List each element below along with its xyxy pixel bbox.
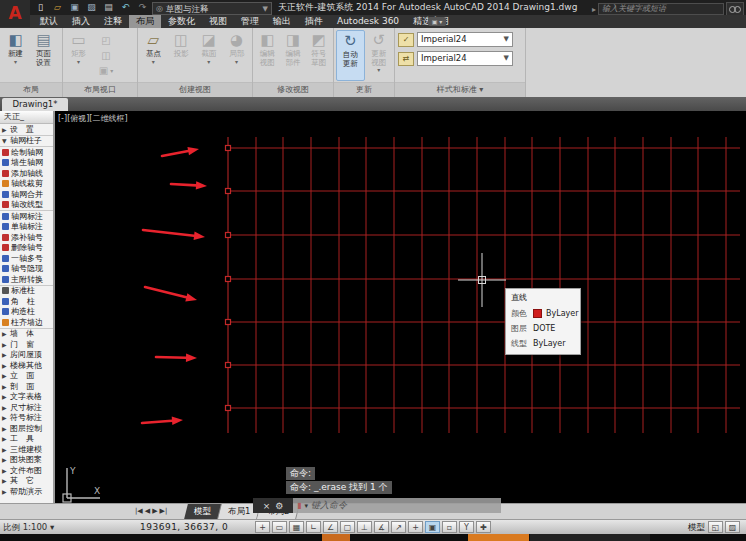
palette-command-添补轴号[interactable]: 添补轴号: [0, 232, 53, 243]
base-view-button[interactable]: ▱基点▾: [140, 30, 167, 81]
palette-group-剖 面[interactable]: ▶剖 面: [0, 381, 53, 392]
palette-command-单轴标注[interactable]: 单轴标注: [0, 222, 53, 233]
toggle-object-snap[interactable]: ▢: [340, 521, 355, 533]
tab-nav-2[interactable]: ◀: [145, 506, 150, 517]
ribbon-tab-6[interactable]: 视图: [202, 15, 234, 28]
command-bar-controls[interactable]: × ⚙: [253, 498, 293, 513]
binoculars-search-icon[interactable]: [726, 2, 744, 16]
search-input[interactable]: 输入关键字或短语: [598, 3, 724, 15]
palette-group-文件布图[interactable]: ▶文件布图: [0, 465, 53, 476]
palette-command-删除轴号[interactable]: 删除轴号: [0, 243, 53, 254]
model-space-button[interactable]: 模型: [688, 521, 705, 534]
autocad-logo-button[interactable]: A: [0, 0, 30, 27]
palette-group-房间屋顶[interactable]: ▶房间屋顶: [0, 350, 53, 361]
workspace-switcher[interactable]: ◎ 草图与注释 ▼: [152, 2, 272, 15]
file-tab-drawing1[interactable]: Drawing1*: [2, 98, 68, 111]
chevron-right-icon[interactable]: ▸: [592, 5, 596, 14]
new-layout-button[interactable]: ◧新建▾: [2, 30, 29, 81]
toggle-polar-tracking[interactable]: ∠: [323, 521, 338, 533]
plot-icon[interactable]: ▤: [102, 2, 115, 13]
panel-label-update[interactable]: 更新: [334, 82, 394, 97]
ribbon-tab-10[interactable]: Autodesk 360: [330, 15, 406, 28]
open-file-icon[interactable]: ▱: [51, 2, 64, 13]
layout-tab-模型[interactable]: 模型: [184, 504, 222, 519]
page-setup-button[interactable]: ▤页面 设置: [30, 30, 57, 81]
tab-nav-3[interactable]: ▶: [152, 506, 157, 517]
layout-quickview-icon[interactable]: ◱: [708, 521, 723, 533]
palette-group-其 它[interactable]: ▶其 它: [0, 476, 53, 487]
ribbon-tab-5[interactable]: 参数化: [161, 15, 202, 28]
auto-update-button[interactable]: ↻自动 更新: [336, 30, 365, 81]
palette-group-帮助演示[interactable]: ▶帮助演示: [0, 486, 53, 497]
undo-icon[interactable]: ↶: [119, 2, 132, 13]
palette-title[interactable]: 天正_: [0, 111, 53, 124]
palette-command-一轴多号[interactable]: 一轴多号: [0, 253, 53, 264]
toggle-snap-mode[interactable]: ▭: [272, 521, 287, 533]
palette-command-轴号隐现[interactable]: 轴号隐现: [0, 264, 53, 275]
palette-command-轴网标注[interactable]: 轴网标注: [0, 211, 53, 222]
command-bar[interactable]: × ⚙ ▮ ▾ 键入命令: [253, 498, 501, 513]
palette-group-图块图案[interactable]: ▶图块图案: [0, 455, 53, 466]
palette-group-设 置[interactable]: ▶设 置: [0, 124, 53, 136]
ribbon-tab-3[interactable]: 注释: [97, 15, 129, 28]
ribbon-tab-2[interactable]: 插入: [65, 15, 97, 28]
toggle-quick-properties[interactable]: Y: [459, 521, 474, 533]
panel-label-viewports[interactable]: 布局视口: [63, 82, 137, 97]
style-standard-combo-2[interactable]: Imperial24▼: [417, 51, 513, 66]
wrench-icon[interactable]: ⚙: [275, 501, 283, 511]
ribbon-tab-7[interactable]: 管理: [234, 15, 266, 28]
viewport-controls-label[interactable]: [-][俯视][二维线框]: [58, 113, 128, 124]
palette-command-轴线裁剪[interactable]: 轴线裁剪: [0, 179, 53, 190]
toggle-grid-display[interactable]: ▦: [289, 521, 304, 533]
toggle-transparency[interactable]: ▫: [442, 521, 457, 533]
toggle-object-snap-tracking[interactable]: ∡: [374, 521, 389, 533]
palette-group-三维建模[interactable]: ▶三维建模: [0, 444, 53, 455]
toggle-annotation-monitor[interactable]: ✚: [476, 521, 491, 533]
palette-group-文字表格[interactable]: ▶文字表格: [0, 392, 53, 403]
palette-command-柱齐墙边[interactable]: 柱齐墙边: [0, 317, 53, 329]
ribbon-tab-8[interactable]: 输出: [266, 15, 298, 28]
new-file-icon[interactable]: ▯: [34, 2, 47, 13]
palette-command-角 柱[interactable]: 角 柱: [0, 296, 53, 307]
ribbon-tab-1[interactable]: 默认: [33, 15, 65, 28]
scale-button[interactable]: 比例 1:100 ▾: [3, 521, 54, 534]
palette-group-轴网柱子[interactable]: ▼轴网柱子: [0, 136, 53, 148]
drawing-canvas[interactable]: [-][俯视][二维线框] YX: [56, 111, 746, 503]
tab-nav-1[interactable]: |◀: [135, 506, 143, 517]
save-icon[interactable]: ▣: [68, 2, 81, 13]
tab-nav-4[interactable]: ▶|: [160, 506, 168, 517]
panel-label-layout[interactable]: 布局: [0, 82, 62, 97]
palette-command-轴网合并[interactable]: 轴网合并: [0, 189, 53, 200]
chevron-down-icon[interactable]: ▼: [504, 52, 509, 65]
palette-command-墙生轴网[interactable]: 墙生轴网: [0, 158, 53, 169]
media-icon[interactable]: ▣ ▾: [428, 17, 446, 26]
palette-group-符号标注[interactable]: ▶符号标注: [0, 413, 53, 424]
palette-group-工 具[interactable]: ▶工 具: [0, 434, 53, 445]
toggle-dynamic-ucs[interactable]: ↗: [391, 521, 406, 533]
palette-group-图层控制[interactable]: ▶图层控制: [0, 423, 53, 434]
ribbon-tab-4[interactable]: 布局: [129, 15, 161, 28]
close-icon[interactable]: ×: [263, 501, 271, 511]
command-input[interactable]: ▮ ▾ 键入命令: [293, 498, 501, 513]
style-standard-combo-1[interactable]: Imperial24▼: [417, 32, 513, 47]
palette-group-尺寸标注[interactable]: ▶尺寸标注: [0, 402, 53, 413]
toggle-infer-constraints[interactable]: +: [255, 521, 270, 533]
palette-group-墙 体[interactable]: ▶墙 体: [0, 329, 53, 340]
palette-command-主附转换[interactable]: 主附转换: [0, 274, 53, 286]
toggle-dynamic-input[interactable]: +: [408, 521, 423, 533]
palette-command-添加轴线[interactable]: 添加轴线: [0, 168, 53, 179]
palette-command-构造柱[interactable]: 构造柱: [0, 307, 53, 318]
palette-command-标准柱[interactable]: 标准柱: [0, 286, 53, 297]
palette-group-楼梯其他[interactable]: ▶楼梯其他: [0, 360, 53, 371]
palette-command-轴改线型[interactable]: 轴改线型: [0, 200, 53, 212]
toggle-ortho-mode[interactable]: ∟: [306, 521, 321, 533]
toggle-3d-object-snap[interactable]: ⊥: [357, 521, 372, 533]
panel-label-standards[interactable]: 样式和标准 ▾: [395, 82, 525, 97]
palette-group-门 窗[interactable]: ▶门 窗: [0, 339, 53, 350]
drawing-quickview-icon[interactable]: ▨: [725, 521, 740, 533]
palette-command-绘制轴网[interactable]: 绘制轴网: [0, 147, 53, 158]
ribbon-tab-9[interactable]: 插件: [298, 15, 330, 28]
save-as-icon[interactable]: ▨: [85, 2, 98, 13]
panel-label-createview[interactable]: 创建视图: [138, 82, 252, 97]
panel-label-modifyview[interactable]: 修改视图: [253, 82, 333, 97]
